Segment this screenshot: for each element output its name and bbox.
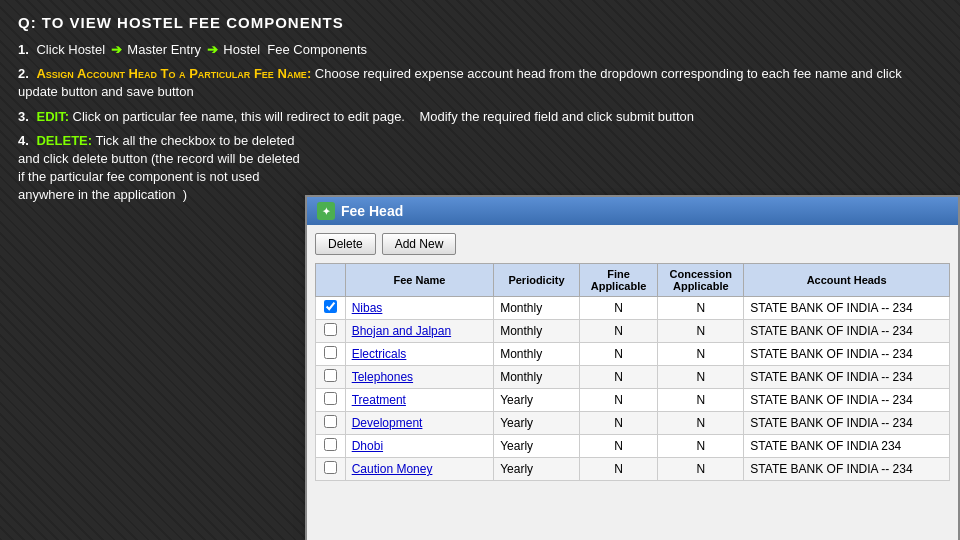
row-fine: N [579,297,657,320]
col-header-checkbox [316,264,346,297]
dialog-body: Delete Add New Fee Name Periodicity Fine… [307,225,958,489]
row-fee-name[interactable]: Development [345,412,494,435]
row-checkbox[interactable] [324,415,337,428]
step3-desc: Click on particular fee name, this will … [73,109,694,124]
row-checkbox[interactable] [324,461,337,474]
row-account-head: STATE BANK OF INDIA -- 234 [744,320,950,343]
row-fee-name[interactable]: Electricals [345,343,494,366]
step4-text-block: 4. DELETE: Tick all the checkbox to be d… [18,132,308,205]
step1-number: 1. [18,42,29,57]
row-account-head: STATE BANK OF INDIA -- 234 [744,458,950,481]
row-checkbox-cell[interactable] [316,366,346,389]
row-fine: N [579,389,657,412]
row-fine: N [579,435,657,458]
row-checkbox-cell[interactable] [316,412,346,435]
row-concession: N [658,320,744,343]
col-header-concession: Concession Applicable [658,264,744,297]
step1-text3: Hostel Fee Components [223,42,367,57]
main-content: Q: TO VIEW HOSTEL FEE COMPONENTS 1. Clic… [0,0,960,225]
instructions-list: 1. Click Hostel ➔ Master Entry ➔ Hostel … [18,41,942,205]
step1-arrow2: ➔ [207,42,218,57]
step-4: 4. DELETE: Tick all the checkbox to be d… [18,132,942,205]
step2-number: 2. [18,66,29,81]
table-row: TelephonesMonthlyNNSTATE BANK OF INDIA -… [316,366,950,389]
row-fine: N [579,458,657,481]
dialog-titlebar: ✦ Fee Head [307,197,958,225]
step-1: 1. Click Hostel ➔ Master Entry ➔ Hostel … [18,41,942,59]
table-row: DevelopmentYearlyNNSTATE BANK OF INDIA -… [316,412,950,435]
step3-label: EDIT: [36,109,69,124]
dialog-icon: ✦ [317,202,335,220]
row-periodicity: Yearly [494,389,580,412]
row-periodicity: Monthly [494,297,580,320]
fee-table-body: NibasMonthlyNNSTATE BANK OF INDIA -- 234… [316,297,950,481]
row-checkbox-cell[interactable] [316,343,346,366]
col-header-fine: Fine Applicable [579,264,657,297]
fee-name-link[interactable]: Electricals [352,347,407,361]
step-3: 3. EDIT: Click on particular fee name, t… [18,108,942,126]
table-row: ElectricalsMonthlyNNSTATE BANK OF INDIA … [316,343,950,366]
step4-label: DELETE: [36,133,92,148]
table-row: DhobiYearlyNNSTATE BANK OF INDIA 234 [316,435,950,458]
row-periodicity: Yearly [494,458,580,481]
row-fee-name[interactable]: Caution Money [345,458,494,481]
row-fee-name[interactable]: Dhobi [345,435,494,458]
table-header-row: Fee Name Periodicity Fine Applicable Con… [316,264,950,297]
row-checkbox[interactable] [324,323,337,336]
delete-button[interactable]: Delete [315,233,376,255]
dialog-btn-row: Delete Add New [315,233,950,255]
row-periodicity: Monthly [494,366,580,389]
fee-name-link[interactable]: Bhojan and Jalpan [352,324,451,338]
row-checkbox[interactable] [324,392,337,405]
row-fine: N [579,343,657,366]
step1-arrow1: ➔ [111,42,122,57]
fee-name-link[interactable]: Telephones [352,370,413,384]
row-checkbox-cell[interactable] [316,389,346,412]
row-fee-name[interactable]: Nibas [345,297,494,320]
row-checkbox-cell[interactable] [316,435,346,458]
row-fee-name[interactable]: Telephones [345,366,494,389]
fee-name-link[interactable]: Treatment [352,393,406,407]
row-checkbox-cell[interactable] [316,297,346,320]
fee-name-link[interactable]: Nibas [352,301,383,315]
row-concession: N [658,366,744,389]
row-account-head: STATE BANK OF INDIA -- 234 [744,343,950,366]
row-checkbox-cell[interactable] [316,320,346,343]
step2-label: Assign Account Head To a Particular Fee … [36,66,311,81]
step1-text2: Master Entry [127,42,201,57]
row-concession: N [658,435,744,458]
row-concession: N [658,458,744,481]
fee-name-link[interactable]: Caution Money [352,462,433,476]
col-header-periodicity: Periodicity [494,264,580,297]
table-row: NibasMonthlyNNSTATE BANK OF INDIA -- 234 [316,297,950,320]
fee-table: Fee Name Periodicity Fine Applicable Con… [315,263,950,481]
row-account-head: STATE BANK OF INDIA -- 234 [744,366,950,389]
row-checkbox-cell[interactable] [316,458,346,481]
table-row: Caution MoneyYearlyNNSTATE BANK OF INDIA… [316,458,950,481]
table-row: TreatmentYearlyNNSTATE BANK OF INDIA -- … [316,389,950,412]
row-checkbox[interactable] [324,300,337,313]
fee-head-dialog: ✦ Fee Head Delete Add New Fee Name Perio… [305,195,960,540]
add-new-button[interactable]: Add New [382,233,457,255]
row-account-head: STATE BANK OF INDIA -- 234 [744,297,950,320]
dialog-title: Fee Head [341,203,403,219]
col-header-account: Account Heads [744,264,950,297]
step-2: 2. Assign Account Head To a Particular F… [18,65,942,101]
row-account-head: STATE BANK OF INDIA 234 [744,435,950,458]
row-periodicity: Monthly [494,320,580,343]
fee-name-link[interactable]: Dhobi [352,439,383,453]
row-concession: N [658,389,744,412]
row-periodicity: Monthly [494,343,580,366]
col-header-feename: Fee Name [345,264,494,297]
row-checkbox[interactable] [324,346,337,359]
fee-name-link[interactable]: Development [352,416,423,430]
row-account-head: STATE BANK OF INDIA -- 234 [744,389,950,412]
row-fee-name[interactable]: Treatment [345,389,494,412]
table-row: Bhojan and JalpanMonthlyNNSTATE BANK OF … [316,320,950,343]
step4-number: 4. [18,133,29,148]
page-title: Q: TO VIEW HOSTEL FEE COMPONENTS [18,14,942,31]
row-checkbox[interactable] [324,438,337,451]
row-fee-name[interactable]: Bhojan and Jalpan [345,320,494,343]
row-checkbox[interactable] [324,369,337,382]
row-periodicity: Yearly [494,412,580,435]
